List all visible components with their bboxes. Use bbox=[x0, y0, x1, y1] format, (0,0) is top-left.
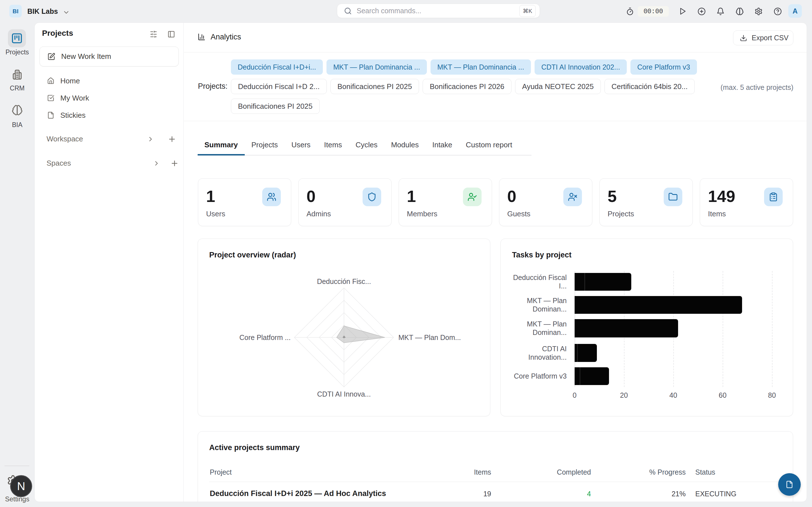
svg-text:Deducción Fisc...: Deducción Fisc... bbox=[317, 277, 371, 285]
svg-text:MKT — Plan Dom...: MKT — Plan Dom... bbox=[398, 334, 461, 341]
svg-text:Core Platform ...: Core Platform ... bbox=[239, 334, 291, 341]
svg-text:CDTI AI Innova...: CDTI AI Innova... bbox=[317, 390, 371, 398]
